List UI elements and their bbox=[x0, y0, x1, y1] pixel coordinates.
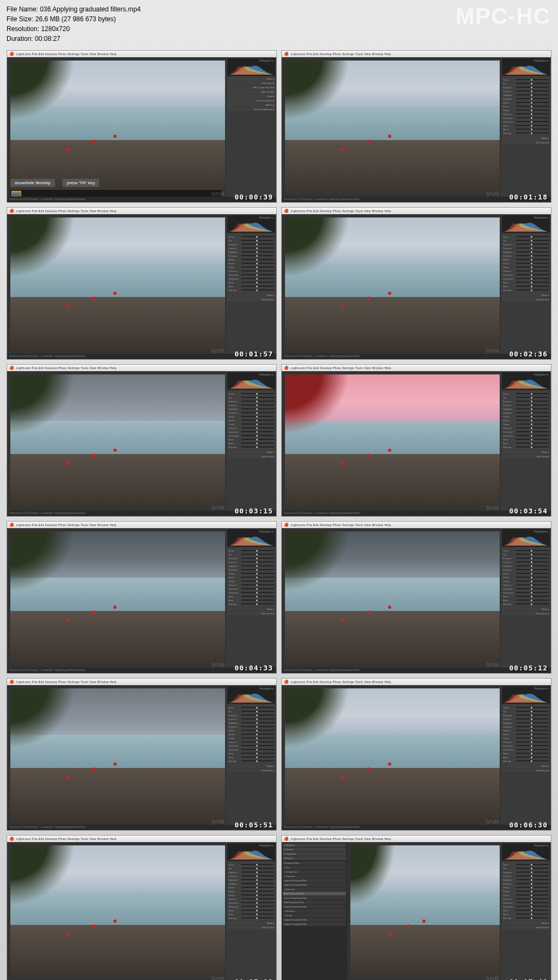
slider-track[interactable] bbox=[241, 431, 274, 432]
slider-handle[interactable] bbox=[531, 247, 532, 249]
apple-icon[interactable]: 🍎 bbox=[284, 209, 289, 213]
apple-icon[interactable]: 🍎 bbox=[284, 680, 289, 684]
slider-track[interactable] bbox=[516, 129, 549, 130]
slider-handle[interactable] bbox=[531, 603, 532, 605]
slider-handle[interactable] bbox=[531, 722, 532, 724]
panel-lens[interactable]: Lens Corrections ◂ bbox=[227, 99, 275, 102]
slider-track[interactable] bbox=[241, 274, 274, 275]
slider-handle[interactable] bbox=[256, 868, 258, 869]
slider-handle[interactable] bbox=[256, 267, 258, 268]
slider-handle[interactable] bbox=[256, 420, 258, 421]
slider-handle[interactable] bbox=[531, 83, 532, 84]
history-item[interactable]: + Temperature bbox=[283, 870, 346, 874]
menu-items[interactable]: Lightroom File Edit Develop Photo Settin… bbox=[16, 680, 117, 683]
slider-track[interactable] bbox=[241, 887, 274, 888]
slider-track[interactable] bbox=[516, 753, 549, 754]
slider-track[interactable] bbox=[241, 722, 274, 723]
panel-tonecurve[interactable]: Tone Curve ◂ bbox=[502, 769, 550, 772]
slider-track[interactable] bbox=[516, 715, 549, 716]
slider-track[interactable] bbox=[241, 565, 274, 566]
slider-track[interactable] bbox=[241, 580, 274, 582]
slider-handle[interactable] bbox=[531, 129, 532, 130]
slider-track[interactable] bbox=[516, 707, 549, 708]
slider-handle[interactable] bbox=[256, 749, 258, 751]
slider-handle[interactable] bbox=[531, 397, 532, 398]
photo-preview[interactable] bbox=[285, 374, 500, 507]
slider-track[interactable] bbox=[241, 879, 274, 880]
slider-track[interactable] bbox=[516, 734, 549, 735]
slider-handle[interactable] bbox=[531, 902, 532, 904]
slider-track[interactable] bbox=[241, 236, 274, 237]
slider-handle[interactable] bbox=[256, 753, 258, 754]
panel-basic[interactable]: Basic ◂ bbox=[502, 764, 550, 768]
slider-handle[interactable] bbox=[531, 550, 532, 552]
slider-handle[interactable] bbox=[531, 753, 532, 754]
slider-handle[interactable] bbox=[531, 255, 532, 257]
photo-preview[interactable] bbox=[10, 217, 225, 350]
navigator-header[interactable]: ▸ Navigator bbox=[283, 843, 346, 847]
slider-handle[interactable] bbox=[256, 236, 258, 238]
panel-tonecurve[interactable]: Tone Curve ◂ bbox=[502, 141, 550, 144]
slider-track[interactable] bbox=[241, 443, 274, 444]
slider-handle[interactable] bbox=[256, 550, 258, 552]
slider-handle[interactable] bbox=[256, 424, 258, 425]
slider-track[interactable] bbox=[516, 251, 549, 252]
slider-track[interactable] bbox=[516, 420, 549, 421]
slider-handle[interactable] bbox=[531, 584, 532, 586]
slider-track[interactable] bbox=[516, 263, 549, 264]
slider-handle[interactable] bbox=[531, 737, 532, 739]
panel-tonecurve[interactable]: Tone Curve ◂ bbox=[502, 455, 550, 458]
slider-handle[interactable] bbox=[531, 887, 532, 888]
panel-basic[interactable]: Basic ◂ bbox=[502, 450, 550, 454]
slider-handle[interactable] bbox=[256, 718, 258, 720]
slider-track[interactable] bbox=[516, 864, 549, 865]
slider-track[interactable] bbox=[516, 898, 549, 899]
slider-track[interactable] bbox=[516, 446, 549, 447]
slider-track[interactable] bbox=[516, 737, 549, 739]
slider-handle[interactable] bbox=[531, 401, 532, 402]
menu-items[interactable]: Lightroom File Edit Develop Photo Settin… bbox=[16, 52, 117, 56]
slider-handle[interactable] bbox=[531, 906, 532, 908]
panel-tonecurve[interactable]: Tone Curve ◂ bbox=[227, 612, 275, 615]
slider-track[interactable] bbox=[241, 726, 274, 727]
history-item[interactable]: Add Graduated Filter bbox=[283, 892, 346, 896]
slider-track[interactable] bbox=[241, 263, 274, 264]
slider-handle[interactable] bbox=[256, 443, 258, 444]
slider-track[interactable] bbox=[241, 592, 274, 593]
slider-track[interactable] bbox=[516, 718, 549, 719]
slider-handle[interactable] bbox=[531, 416, 532, 418]
slider-handle[interactable] bbox=[256, 711, 258, 712]
slider-track[interactable] bbox=[516, 868, 549, 869]
slider-track[interactable] bbox=[516, 573, 549, 574]
slider-track[interactable] bbox=[516, 90, 549, 92]
slider-track[interactable] bbox=[516, 883, 549, 884]
slider-track[interactable] bbox=[516, 106, 549, 107]
slider-track[interactable] bbox=[241, 730, 274, 731]
photo-preview[interactable] bbox=[285, 531, 500, 664]
slider-handle[interactable] bbox=[256, 569, 258, 571]
slider-handle[interactable] bbox=[256, 584, 258, 586]
slider-track[interactable] bbox=[241, 416, 274, 417]
slider-track[interactable] bbox=[516, 554, 549, 555]
photo-preview[interactable] bbox=[10, 61, 225, 193]
panel-basic[interactable]: Basic ◂ bbox=[227, 607, 275, 611]
slider-handle[interactable] bbox=[256, 439, 258, 440]
slider-handle[interactable] bbox=[531, 404, 532, 406]
filmstrip[interactable] bbox=[10, 189, 222, 197]
slider-track[interactable] bbox=[241, 883, 274, 884]
slider-track[interactable] bbox=[516, 401, 549, 402]
slider-handle[interactable] bbox=[256, 910, 258, 911]
slider-track[interactable] bbox=[241, 868, 274, 869]
history-item[interactable]: Update Graduated Filter bbox=[283, 922, 346, 926]
slider-track[interactable] bbox=[516, 110, 549, 111]
slider-handle[interactable] bbox=[256, 263, 258, 264]
slider-track[interactable] bbox=[241, 757, 274, 758]
filmstrip-thumb[interactable] bbox=[11, 191, 21, 196]
apple-icon[interactable]: 🍎 bbox=[9, 523, 14, 527]
slider-handle[interactable] bbox=[531, 278, 532, 280]
slider-track[interactable] bbox=[241, 734, 274, 735]
slider-handle[interactable] bbox=[531, 125, 532, 126]
slider-track[interactable] bbox=[241, 910, 274, 911]
slider-track[interactable] bbox=[516, 711, 549, 712]
slider-track[interactable] bbox=[516, 741, 549, 742]
